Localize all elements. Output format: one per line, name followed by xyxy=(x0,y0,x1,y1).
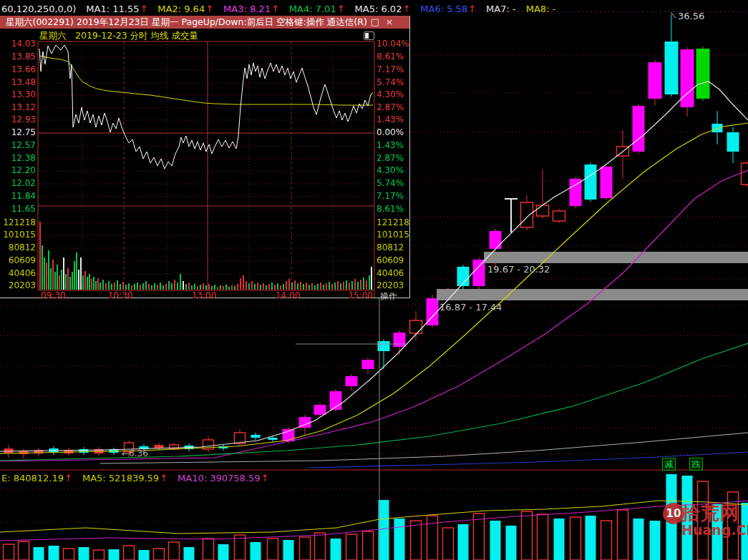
up-arrow-icon: ↑ xyxy=(271,4,279,14)
percent-axis-label: 121218 xyxy=(377,217,409,227)
price-axis-label: 13.12 xyxy=(1,102,36,112)
percent-axis-label: 7.17% xyxy=(377,64,404,74)
percent-axis-label: 20203 xyxy=(377,280,404,290)
legend-item: MA1: 11.55↑ xyxy=(86,4,147,14)
percent-axis-label: 4.30% xyxy=(377,165,404,175)
percent-axis-label: 60609 xyxy=(377,255,404,265)
popup-info-text: 星期六 2019-12-23 分时 均线 成交量 xyxy=(39,30,198,42)
legend-item: MA5: 6.02↑ xyxy=(355,4,411,14)
up-arrow-icon: ↑ xyxy=(261,473,269,483)
percent-axis-label: 7.17% xyxy=(377,191,404,201)
action-menu-label[interactable]: 操作 xyxy=(380,290,397,303)
legend-item: MA3: 8.21↑ xyxy=(223,4,279,14)
watermark-site-url: Huang.CN xyxy=(681,522,748,538)
gap-zone-label-2: 16.87 - 17.44 xyxy=(439,302,502,313)
price-axis-label: 12.20 xyxy=(1,165,36,175)
percent-axis-label: 0.00% xyxy=(377,127,404,137)
price-axis-label: 60609 xyxy=(1,255,36,265)
price-axis-label: 11.65 xyxy=(1,204,36,214)
legend-item: MA2: 9.64↑ xyxy=(157,4,213,14)
percent-axis-label: 80812 xyxy=(377,242,404,252)
indicator-badge-die[interactable]: 跌 xyxy=(689,458,703,471)
legend-item: MA8: - xyxy=(526,4,556,14)
low-price-annotation: ←6.36 xyxy=(122,448,148,458)
price-axis-label: 14.03 xyxy=(1,39,36,49)
indicator-params: 60,120,250,0,0) xyxy=(1,4,76,14)
legend-item: MA5: 521839.59↑ xyxy=(82,473,167,483)
price-axis-label: 40406 xyxy=(1,268,36,278)
price-axis-label: 13.66 xyxy=(1,64,36,74)
price-axis-label: 13.48 xyxy=(1,77,36,87)
indicator-badge-jian[interactable]: 减 xyxy=(662,458,676,471)
time-axis-label: 15:00 xyxy=(344,290,373,300)
percent-axis-label: 5.74% xyxy=(377,77,404,87)
percent-axis-label: 8.61% xyxy=(377,204,404,214)
price-axis-label: 11.84 xyxy=(1,191,36,201)
price-axis-label: 101015 xyxy=(1,230,36,240)
gap-zone-label-1: 19.67 - 20.32 xyxy=(487,264,550,275)
legend-item: MA4: 7.01↑ xyxy=(289,4,345,14)
percent-axis-label: 4.30% xyxy=(377,89,404,99)
price-axis-label: 20203 xyxy=(1,280,36,290)
time-axis-label: 13:00 xyxy=(183,290,225,300)
ma-legend-bar: 60,120,250,0,0)MA1: 11.55↑MA2: 9.64↑MA3:… xyxy=(1,2,555,15)
price-axis-label: 12.93 xyxy=(1,114,36,124)
price-axis-label: 12.38 xyxy=(1,153,36,163)
peak-price-annotation: 36.56 xyxy=(678,11,704,21)
percent-axis-label: 1.43% xyxy=(377,140,404,150)
up-arrow-icon: ↑ xyxy=(205,4,213,14)
legend-item: E: 840812.19↑ xyxy=(1,473,72,483)
tdx-app-window: 60,120,250,0,0)MA1: 11.55↑MA2: 9.64↑MA3:… xyxy=(0,0,748,560)
popup-title: 星期六(002291) 2019年12月23日 星期一 PageUp/Down:… xyxy=(6,16,367,29)
up-arrow-icon: ↑ xyxy=(64,473,72,483)
percent-axis-label: 2.87% xyxy=(377,102,404,112)
up-arrow-icon: ↑ xyxy=(160,473,167,483)
panel-toggle-icon[interactable] xyxy=(364,31,374,40)
percent-axis-label: 1.43% xyxy=(377,114,404,124)
price-axis-label: 13.85 xyxy=(1,51,36,62)
percent-axis-label: 101015 xyxy=(377,230,409,240)
intraday-popup-window: 星期六(002291) 2019年12月23日 星期一 PageUp/Down:… xyxy=(0,16,410,298)
popup-title-bar[interactable]: 星期六(002291) 2019年12月23日 星期一 PageUp/Down:… xyxy=(0,16,409,29)
legend-item: MA10: 390758.59↑ xyxy=(178,473,268,483)
percent-axis-label: 10.04% xyxy=(377,39,409,49)
up-arrow-icon: ↑ xyxy=(337,4,345,14)
up-arrow-icon: ↑ xyxy=(468,4,476,14)
percent-axis-label: 40406 xyxy=(377,268,404,278)
up-arrow-icon: ↑ xyxy=(140,4,147,14)
maximize-button[interactable]: □ xyxy=(368,16,382,27)
price-axis-label: 12.75 xyxy=(1,127,36,137)
legend-item: MA7: - xyxy=(486,4,516,14)
popup-info-row: 星期六 2019-12-23 分时 均线 成交量 xyxy=(0,29,409,41)
watermark-logo: 10 拾荒网 Huang.CN xyxy=(663,501,748,538)
up-arrow-icon: ↑ xyxy=(402,4,410,14)
percent-axis-label: 5.74% xyxy=(377,178,404,188)
price-axis-label: 12.02 xyxy=(1,178,36,188)
price-axis-label: 12.57 xyxy=(1,140,36,150)
price-axis-label: 80812 xyxy=(1,242,36,252)
time-axis-label: 09:30 xyxy=(41,290,66,300)
price-axis-label: 13.30 xyxy=(1,89,36,99)
legend-item: MA6: 5.58↑ xyxy=(420,4,476,14)
time-axis-label: 14:00 xyxy=(266,290,309,300)
volume-pane-legend: E: 840812.19↑MA5: 521839.59↑MA10: 390758… xyxy=(1,473,268,483)
time-axis-label: 10:30 xyxy=(99,290,142,300)
close-button[interactable]: × xyxy=(382,16,397,27)
percent-axis-label: 2.87% xyxy=(377,153,404,163)
price-axis-label: 121218 xyxy=(1,217,36,227)
percent-axis-label: 8.61% xyxy=(377,51,404,62)
